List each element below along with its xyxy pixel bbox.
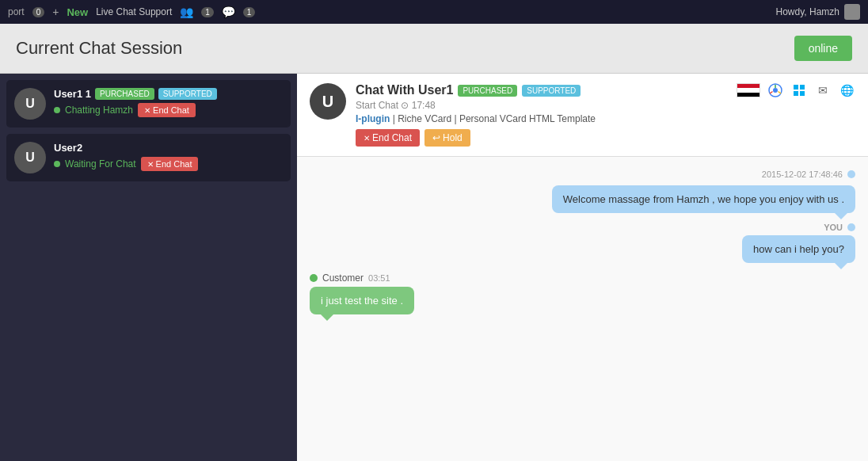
svg-point-1 bbox=[773, 88, 778, 93]
chat-header-name-row: Chat With User1 PURCHASED SUPPORTED bbox=[356, 83, 727, 97]
msg-bubble-customer-1: i just test the site . bbox=[310, 287, 855, 314]
customer-label: Customer bbox=[322, 272, 364, 284]
chat-status-row-1: Chatting Hamzh End Chat bbox=[54, 103, 283, 117]
port-item: port bbox=[8, 6, 25, 17]
windows-icon bbox=[790, 84, 808, 97]
msg-you-row: YOU bbox=[310, 223, 855, 232]
header-end-chat-label: End Chat bbox=[372, 132, 412, 143]
chat-info-user2: User2 Waiting For Chat End Chat bbox=[54, 142, 283, 171]
topnav-right: Howdy, Hamzh bbox=[776, 4, 860, 20]
badge-supported-1: SUPPORTED bbox=[158, 88, 217, 100]
chat-username-2: User2 bbox=[54, 142, 82, 154]
you-label: YOU bbox=[824, 223, 843, 232]
badge-purchased-1: PURCHASED bbox=[95, 88, 154, 100]
globe-icon: 🌐 bbox=[838, 84, 855, 97]
svg-line-3 bbox=[779, 92, 782, 94]
chat-header-avatar: U bbox=[310, 83, 346, 120]
chat-info-user1: User1 1 PURCHASED SUPPORTED Chatting Ham… bbox=[54, 88, 283, 117]
chat-name-row-1: User1 1 PURCHASED SUPPORTED bbox=[54, 88, 283, 100]
livechat-label: Live Chat Support bbox=[96, 6, 172, 17]
chat-name-row-2: User2 bbox=[54, 142, 283, 154]
avatar-user1: U bbox=[14, 88, 46, 120]
msg-bubble-agent-1: Welcome massage from Hamzh , we hope you… bbox=[310, 185, 855, 213]
chat-badge: 1 bbox=[243, 7, 256, 17]
customer-time: 03:51 bbox=[368, 273, 390, 283]
chat-panel: U Chat With User1 PURCHASED SUPPORTED St… bbox=[297, 74, 868, 461]
chat-header-meta: Start Chat ⊙ 17:48 bbox=[356, 100, 727, 111]
status-text-2: Waiting For Chat bbox=[65, 158, 136, 170]
msg-bubble-agent-2: how can i help you? bbox=[310, 235, 855, 263]
svg-line-4 bbox=[770, 92, 773, 94]
online-button[interactable]: online bbox=[794, 36, 852, 61]
header-hold-label: Hold bbox=[443, 132, 463, 143]
msg-customer-row: Customer 03:51 bbox=[310, 272, 855, 284]
msg-timestamp: 2015-12-02 17:48:46 bbox=[762, 170, 843, 179]
plus-icon: + bbox=[52, 6, 59, 18]
page-header: Current Chat Session online bbox=[0, 24, 868, 74]
chat-username-1: User1 1 bbox=[54, 88, 91, 100]
page-title: Current Chat Session bbox=[16, 38, 182, 59]
people-badge: 1 bbox=[201, 7, 214, 17]
end-chat-label-2: End Chat bbox=[156, 159, 192, 169]
chat-header-name: Chat With User1 bbox=[356, 83, 453, 97]
msg-timestamp-row: 2015-12-02 17:48:46 bbox=[310, 170, 855, 179]
start-time: 17:48 bbox=[412, 100, 436, 111]
badge-count: 0 bbox=[32, 7, 45, 17]
customer-dot bbox=[310, 274, 318, 282]
chat-status-row-2: Waiting For Chat End Chat bbox=[54, 157, 283, 171]
chat-icon: 💬 bbox=[222, 6, 235, 18]
sidebar-chat-item-1[interactable]: U User1 1 PURCHASED SUPPORTED Chatting H… bbox=[6, 80, 291, 128]
end-chat-button-1[interactable]: End Chat bbox=[138, 103, 196, 117]
chat-header-actions: End Chat Hold bbox=[356, 129, 727, 147]
you-dot bbox=[847, 223, 855, 231]
header-hold-button[interactable]: Hold bbox=[424, 129, 470, 147]
status-dot-1 bbox=[54, 107, 60, 113]
chat-header-badge-purchased: PURCHASED bbox=[458, 85, 517, 97]
status-dot-2 bbox=[54, 161, 60, 167]
header-end-chat-button[interactable]: End Chat bbox=[356, 129, 420, 147]
egypt-flag-icon bbox=[737, 83, 760, 97]
status-text-1: Chatting Hamzh bbox=[65, 105, 133, 116]
port-label: port bbox=[8, 6, 25, 17]
messages-area[interactable]: 2015-12-02 17:48:46 Welcome massage from… bbox=[297, 157, 868, 461]
chat-header: U Chat With User1 PURCHASED SUPPORTED St… bbox=[297, 74, 868, 157]
msg-text-agent-2: how can i help you? bbox=[742, 235, 855, 263]
svg-rect-5 bbox=[794, 85, 798, 90]
svg-rect-7 bbox=[794, 91, 798, 96]
msg-dot-1 bbox=[847, 170, 855, 178]
avatar-user2: U bbox=[14, 142, 46, 173]
product-brand: I-plugin bbox=[356, 113, 390, 124]
svg-rect-6 bbox=[800, 85, 805, 90]
start-chat-label: Start Chat bbox=[356, 100, 398, 111]
topnav: port 0 + New Live Chat Support 👥 1 💬 1 H… bbox=[0, 0, 868, 24]
sidebar-chat-item-2[interactable]: U User2 Waiting For Chat End Chat bbox=[6, 134, 291, 181]
clock-icon: ⊙ bbox=[401, 100, 411, 111]
chrome-icon bbox=[767, 84, 784, 97]
new-button[interactable]: New bbox=[67, 6, 88, 18]
user-avatar-small bbox=[844, 4, 860, 20]
chat-header-info: Chat With User1 PURCHASED SUPPORTED Star… bbox=[356, 83, 727, 147]
sidebar: U User1 1 PURCHASED SUPPORTED Chatting H… bbox=[0, 74, 297, 461]
chat-header-product: I-plugin | Riche VCard | Personal VCard … bbox=[356, 113, 727, 124]
howdy-label: Howdy, Hamzh bbox=[776, 6, 839, 17]
chat-header-icons: ✉ 🌐 bbox=[737, 83, 855, 97]
badge-item: 0 bbox=[32, 7, 45, 17]
msg-text-agent-1: Welcome massage from Hamzh , we hope you… bbox=[552, 185, 855, 213]
end-chat-label-1: End Chat bbox=[153, 105, 189, 115]
product-name: Riche VCard | Personal VCard HTML Templa… bbox=[398, 113, 596, 124]
end-chat-button-2[interactable]: End Chat bbox=[141, 157, 199, 171]
svg-rect-8 bbox=[800, 91, 805, 96]
chat-header-badge-supported: SUPPORTED bbox=[522, 85, 581, 97]
msg-text-customer-1: i just test the site . bbox=[310, 287, 414, 314]
main-layout: U User1 1 PURCHASED SUPPORTED Chatting H… bbox=[0, 74, 868, 461]
people-icon: 👥 bbox=[180, 6, 193, 18]
email-icon: ✉ bbox=[814, 84, 832, 97]
